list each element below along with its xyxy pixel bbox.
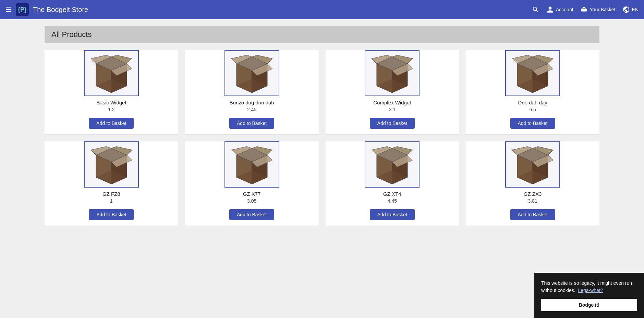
product-image-gz-xt4 bbox=[365, 141, 420, 188]
product-info-gz-xt4: GZ XT4 4.45 bbox=[383, 191, 401, 204]
product-image-basic-widget bbox=[84, 50, 139, 96]
product-name-doo-dah-day: Doo dah day bbox=[518, 100, 547, 105]
product-price-gz-k77: 3.05 bbox=[243, 198, 261, 204]
product-info-gz-fz8: GZ FZ8 1 bbox=[102, 191, 120, 204]
add-to-basket-basic-widget[interactable]: Add to Basket bbox=[89, 118, 134, 129]
add-to-basket-gz-k77[interactable]: Add to Basket bbox=[229, 209, 274, 220]
search-icon bbox=[532, 6, 539, 13]
product-image-complex-widget bbox=[365, 50, 420, 96]
account-icon bbox=[546, 6, 554, 13]
product-price-complex-widget: 3.1 bbox=[373, 107, 411, 112]
search-button[interactable] bbox=[532, 6, 539, 13]
language-label: EN bbox=[632, 7, 639, 12]
section-title: All Products bbox=[51, 30, 593, 39]
product-name-gz-k77: GZ K77 bbox=[243, 191, 261, 197]
globe-icon bbox=[622, 6, 630, 13]
product-name-gz-zx3: GZ ZX3 bbox=[524, 191, 542, 197]
menu-icon[interactable]: ☰ bbox=[5, 5, 12, 14]
cookie-accept-button[interactable]: Bodge it! bbox=[541, 299, 637, 311]
basket-label: Your Basket bbox=[590, 7, 616, 12]
product-card-bonzo-dog-doo-dah: Bonzo dog doo dah 2.45 Add to Basket bbox=[185, 50, 319, 135]
product-card-complex-widget: Complex Widget 3.1 Add to Basket bbox=[326, 50, 459, 135]
add-to-basket-gz-zx3[interactable]: Add to Basket bbox=[510, 209, 555, 220]
account-button[interactable]: Account bbox=[546, 6, 573, 13]
section-title-bar: All Products bbox=[45, 26, 599, 43]
product-image-gz-zx3 bbox=[505, 141, 560, 188]
product-info-complex-widget: Complex Widget 3.1 bbox=[373, 100, 411, 112]
product-name-gz-fz8: GZ FZ8 bbox=[102, 191, 120, 197]
basket-icon bbox=[580, 6, 588, 13]
product-info-gz-zx3: GZ ZX3 3.81 bbox=[524, 191, 542, 204]
site-title: The Bodgelt Store bbox=[33, 6, 528, 14]
product-image-gz-fz8 bbox=[84, 141, 139, 188]
product-card-gz-k77: GZ K77 3.05 Add to Basket bbox=[185, 141, 319, 226]
basket-button[interactable]: Your Basket bbox=[580, 6, 616, 13]
account-label: Account bbox=[556, 7, 573, 12]
product-card-gz-zx3: GZ ZX3 3.81 Add to Basket bbox=[466, 141, 599, 226]
product-price-bonzo-dog-doo-dah: 2.45 bbox=[230, 107, 274, 112]
product-card-doo-dah-day: Doo dah day 6.5 Add to Basket bbox=[466, 50, 599, 135]
add-to-basket-doo-dah-day[interactable]: Add to Basket bbox=[510, 118, 555, 129]
product-card-gz-fz8: GZ FZ8 1 Add to Basket bbox=[45, 141, 178, 226]
product-name-bonzo-dog-doo-dah: Bonzo dog doo dah bbox=[230, 100, 274, 105]
product-info-bonzo-dog-doo-dah: Bonzo dog doo dah 2.45 bbox=[230, 100, 274, 112]
products-grid: Basic Widget 1.2 Add to Basket Bo bbox=[45, 50, 599, 226]
cookie-learn-more-link[interactable]: Lega-what? bbox=[578, 288, 603, 293]
main-content: All Products Basic Widget 1.2 bbox=[0, 19, 644, 233]
add-to-basket-gz-fz8[interactable]: Add to Basket bbox=[89, 209, 134, 220]
product-price-basic-widget: 1.2 bbox=[96, 107, 126, 112]
product-image-gz-k77 bbox=[224, 141, 279, 188]
site-header: ☰ {P} The Bodgelt Store Account Your Bas… bbox=[0, 0, 644, 19]
product-price-doo-dah-day: 6.5 bbox=[518, 107, 547, 112]
language-button[interactable]: EN bbox=[622, 6, 639, 13]
product-card-gz-xt4: GZ XT4 4.45 Add to Basket bbox=[326, 141, 459, 226]
product-image-doo-dah-day bbox=[505, 50, 560, 96]
product-info-basic-widget: Basic Widget 1.2 bbox=[96, 100, 126, 112]
product-info-doo-dah-day: Doo dah day 6.5 bbox=[518, 100, 547, 112]
product-price-gz-zx3: 3.81 bbox=[524, 198, 542, 204]
add-to-basket-complex-widget[interactable]: Add to Basket bbox=[370, 118, 415, 129]
product-name-gz-xt4: GZ XT4 bbox=[383, 191, 401, 197]
product-card-basic-widget: Basic Widget 1.2 Add to Basket bbox=[45, 50, 178, 135]
product-image-bonzo-dog-doo-dah bbox=[224, 50, 279, 96]
add-to-basket-gz-xt4[interactable]: Add to Basket bbox=[370, 209, 415, 220]
product-name-complex-widget: Complex Widget bbox=[373, 100, 411, 105]
cookie-message: This website is so legacy, it might even… bbox=[541, 280, 637, 294]
cookie-banner: This website is so legacy, it might even… bbox=[534, 273, 644, 318]
product-price-gz-xt4: 4.45 bbox=[383, 198, 401, 204]
header-actions: Account Your Basket EN bbox=[532, 6, 639, 13]
product-name-basic-widget: Basic Widget bbox=[96, 100, 126, 105]
product-price-gz-fz8: 1 bbox=[102, 198, 120, 204]
site-logo: {P} bbox=[16, 3, 29, 16]
product-info-gz-k77: GZ K77 3.05 bbox=[243, 191, 261, 204]
add-to-basket-bonzo-dog-doo-dah[interactable]: Add to Basket bbox=[229, 118, 274, 129]
